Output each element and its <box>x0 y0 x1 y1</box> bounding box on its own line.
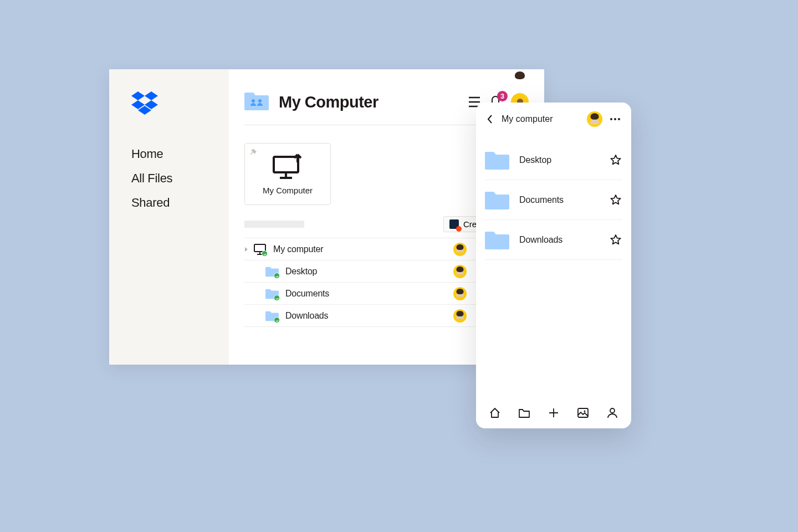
owner-avatar[interactable] <box>453 309 467 323</box>
person-icon <box>606 407 618 419</box>
placeholder <box>244 221 304 228</box>
tile-label: My Computer <box>263 186 313 195</box>
file-name: Desktop <box>285 267 453 277</box>
star-icon <box>610 195 621 206</box>
sync-status-icon <box>262 250 268 257</box>
mobile-file-list: Desktop Documents Downloads <box>476 130 631 260</box>
page-title: My Computer <box>279 93 378 111</box>
star-button[interactable] <box>609 233 622 247</box>
owner-avatar[interactable] <box>453 287 467 300</box>
dropbox-logo-icon[interactable] <box>131 90 229 119</box>
star-icon <box>610 155 621 166</box>
mobile-panel: My computer Desktop Documents Downloads <box>476 103 631 428</box>
folder-outline-icon <box>518 407 530 419</box>
tab-account[interactable] <box>602 403 622 423</box>
sync-status-icon <box>274 273 280 279</box>
plus-icon <box>548 407 560 419</box>
tab-add[interactable] <box>544 403 564 423</box>
back-button[interactable] <box>484 113 496 125</box>
mobile-file-row[interactable]: Documents <box>485 180 622 220</box>
sidebar-item-home[interactable]: Home <box>131 147 229 161</box>
star-icon <box>610 234 621 245</box>
sidebar-item-shared[interactable]: Shared <box>131 196 229 210</box>
more-button[interactable] <box>608 118 622 120</box>
sidebar-item-all-files[interactable]: All Files <box>131 171 229 186</box>
file-name: Downloads <box>519 235 609 245</box>
file-name: Documents <box>519 195 609 205</box>
svg-rect-11 <box>274 157 298 172</box>
chevron-left-icon <box>487 115 493 124</box>
folder-icon <box>265 310 279 322</box>
folder-icon <box>485 229 509 250</box>
create-app-icon <box>449 219 459 229</box>
home-icon <box>489 407 501 419</box>
shared-folder-icon <box>244 90 269 114</box>
folder-icon <box>485 190 509 211</box>
file-name: Desktop <box>519 155 609 165</box>
owner-avatar[interactable] <box>453 265 467 278</box>
image-icon <box>577 407 589 419</box>
file-name: Downloads <box>285 311 453 321</box>
pin-icon <box>249 148 257 158</box>
folder-icon <box>265 288 279 300</box>
mobile-file-row[interactable]: Desktop <box>485 140 622 180</box>
monitor-upload-icon <box>270 154 305 180</box>
tab-files[interactable] <box>514 403 534 423</box>
file-name: Documents <box>285 289 453 299</box>
computer-icon <box>253 243 267 255</box>
tab-photos[interactable] <box>573 403 593 423</box>
file-name: My computer <box>273 244 453 254</box>
tile-my-computer[interactable]: My Computer <box>244 143 331 205</box>
avatar[interactable] <box>587 111 602 127</box>
star-button[interactable] <box>609 154 622 167</box>
mobile-tabbar <box>476 397 631 428</box>
mobile-file-row[interactable]: Downloads <box>485 220 622 260</box>
sync-status-icon <box>274 317 280 323</box>
folder-icon <box>485 150 509 171</box>
sync-status-icon <box>274 295 280 301</box>
folder-icon <box>265 265 279 278</box>
notification-badge: 3 <box>497 91 508 101</box>
star-button[interactable] <box>609 193 622 207</box>
expand-caret-icon[interactable] <box>244 247 253 252</box>
sidebar: Home All Files Shared <box>109 69 229 365</box>
tab-home[interactable] <box>485 403 505 423</box>
more-dots-icon <box>610 118 620 120</box>
mobile-title: My computer <box>502 114 581 124</box>
owner-avatar[interactable] <box>453 243 467 256</box>
mobile-header: My computer <box>476 103 631 130</box>
